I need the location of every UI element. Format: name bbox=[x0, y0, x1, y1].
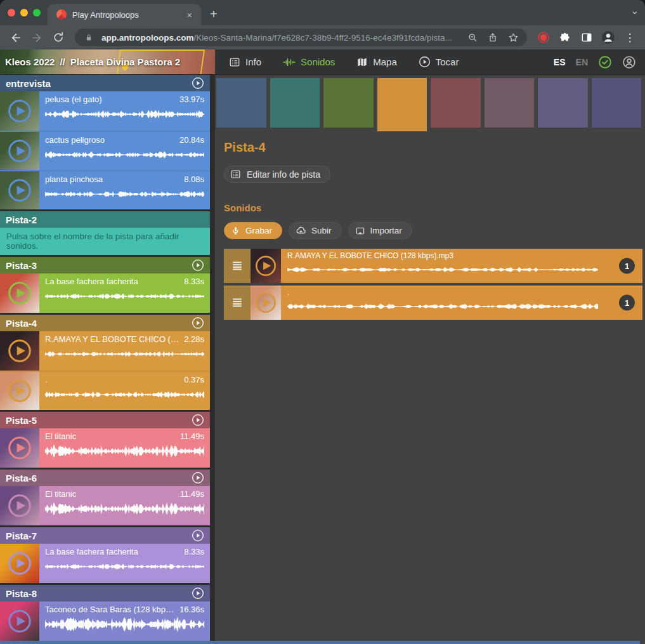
edit-track-info-button[interactable]: Editar info de pista bbox=[224, 166, 330, 183]
zoom-page-icon[interactable] bbox=[465, 30, 480, 45]
play-track-button[interactable] bbox=[192, 259, 204, 272]
play-track-button[interactable] bbox=[192, 529, 204, 542]
sound-thumbnail[interactable] bbox=[0, 331, 39, 371]
nav-tab-tocar[interactable]: Tocar bbox=[419, 56, 459, 68]
track-swatch[interactable] bbox=[270, 78, 320, 128]
sound-item[interactable]: El titanic 11.49s bbox=[0, 486, 210, 525]
track-title[interactable]: Pista-2 bbox=[6, 214, 37, 225]
share-icon[interactable] bbox=[485, 30, 500, 45]
tab-close-icon[interactable]: × bbox=[184, 9, 195, 21]
sound-thumbnail[interactable] bbox=[251, 286, 281, 320]
breadcrumb[interactable]: Kleos 2022 // Placeta Divina Pastora 2 bbox=[0, 49, 215, 74]
reload-button[interactable] bbox=[49, 29, 67, 46]
extensions-puzzle-icon[interactable] bbox=[556, 29, 574, 46]
sound-thumbnail[interactable] bbox=[251, 249, 281, 283]
nav-tab-mapa[interactable]: Mapa bbox=[356, 56, 397, 68]
play-track-button[interactable] bbox=[192, 414, 204, 426]
sound-thumbnail[interactable] bbox=[0, 544, 39, 583]
track-section-header[interactable]: Pista-5 bbox=[0, 412, 210, 428]
breadcrumb-track[interactable]: Placeta Divina Pastora 2 bbox=[70, 56, 180, 67]
sound-thumbnail[interactable] bbox=[0, 91, 39, 131]
track-title[interactable]: entrevista bbox=[6, 78, 51, 89]
track-section-header[interactable]: entrevista bbox=[0, 75, 210, 91]
track-swatch[interactable] bbox=[538, 78, 588, 128]
sound-thumbnail[interactable] bbox=[0, 601, 39, 641]
nav-tab-sonidos-label: Sonidos bbox=[301, 56, 335, 67]
track-title[interactable]: Pista-4 bbox=[6, 318, 37, 329]
track-title[interactable]: Pista-7 bbox=[6, 530, 37, 541]
profile-avatar[interactable] bbox=[599, 29, 617, 46]
track-title[interactable]: Pista-3 bbox=[6, 260, 37, 271]
track-section-header[interactable]: Pista-3 bbox=[0, 257, 210, 273]
sound-thumbnail[interactable] bbox=[0, 486, 39, 525]
sound-meta: planta pinchosa 8.08s bbox=[39, 171, 210, 209]
play-track-button[interactable] bbox=[192, 587, 204, 600]
nav-tab-sonidos[interactable]: Sonidos bbox=[283, 56, 335, 68]
sound-thumbnail[interactable] bbox=[0, 273, 39, 313]
sound-thumbnail[interactable] bbox=[0, 372, 39, 410]
sound-thumbnail[interactable] bbox=[0, 428, 39, 468]
minimize-window-button[interactable] bbox=[20, 9, 28, 16]
track-section: Pista-7 bbox=[0, 527, 210, 583]
track-swatch[interactable] bbox=[323, 78, 374, 128]
sound-thumbnail[interactable] bbox=[0, 132, 39, 170]
track-section-header[interactable]: Pista-6 bbox=[0, 470, 210, 486]
import-label: Importar bbox=[370, 226, 402, 235]
drag-handle[interactable] bbox=[224, 286, 251, 320]
nav-tab-info[interactable]: Info bbox=[229, 56, 261, 68]
main-nav: Info Sonidos Mapa Tocar bbox=[215, 49, 554, 74]
play-track-button[interactable] bbox=[192, 471, 204, 484]
new-tab-button[interactable]: + bbox=[201, 7, 226, 25]
sound-item[interactable]: . 0.37s bbox=[0, 371, 210, 410]
side-panel-icon[interactable] bbox=[578, 29, 596, 46]
sound-row[interactable]: R.AMAYA Y EL BOBOTE CHICO (128 kbps).mp3… bbox=[224, 249, 642, 283]
sound-item[interactable]: pelusa (el gato) 33.97s bbox=[0, 91, 210, 131]
track-swatch[interactable] bbox=[431, 78, 481, 128]
sound-item[interactable]: El titanic 11.49s bbox=[0, 428, 210, 468]
lang-es-button[interactable]: ES bbox=[554, 57, 566, 67]
track-section-header[interactable]: Pista-8 bbox=[0, 585, 210, 601]
sound-thumbnail[interactable] bbox=[0, 171, 39, 209]
browser-menu-icon[interactable]: ⋮ bbox=[621, 29, 639, 46]
track-sidebar: entrevista bbox=[0, 75, 215, 644]
track-section-header[interactable]: Pista-4 bbox=[0, 315, 210, 331]
back-button[interactable] bbox=[6, 29, 24, 46]
track-section-header[interactable]: Pista-7 bbox=[0, 527, 210, 544]
track-title[interactable]: Pista-6 bbox=[6, 473, 37, 483]
play-track-button[interactable] bbox=[192, 77, 204, 89]
lang-en-button[interactable]: EN bbox=[576, 57, 588, 67]
sound-item[interactable]: cactus peligroso 20.84s bbox=[0, 131, 210, 170]
drag-handle[interactable] bbox=[224, 249, 251, 283]
play-sound-icon bbox=[6, 378, 33, 404]
track-title[interactable]: Pista-8 bbox=[6, 588, 37, 599]
recording-extension-icon[interactable] bbox=[535, 29, 552, 46]
bookmark-star-icon[interactable] bbox=[505, 30, 521, 45]
play-track-button[interactable] bbox=[192, 317, 204, 329]
waveform-icon bbox=[283, 56, 296, 68]
close-window-button[interactable] bbox=[8, 9, 15, 16]
zoom-window-button[interactable] bbox=[33, 9, 41, 16]
address-bar[interactable]: app.antropoloops.com/Kleos-Santa-Marina/… bbox=[75, 29, 527, 46]
tab-search-chevron-icon[interactable]: ⌄ bbox=[630, 5, 639, 16]
sound-item[interactable]: R.AMAYA Y EL BOBOTE CHICO (128 kbps)....… bbox=[0, 331, 210, 371]
sound-item[interactable]: planta pinchosa 8.08s bbox=[0, 170, 210, 209]
sound-item[interactable]: La base fachera facherita 8.33s bbox=[0, 273, 210, 313]
track-swatch[interactable] bbox=[216, 78, 266, 128]
track-title[interactable]: Pista-5 bbox=[6, 415, 37, 426]
sound-item[interactable]: La base fachera facherita 8.33s bbox=[0, 544, 210, 583]
breadcrumb-project[interactable]: Kleos 2022 bbox=[5, 56, 55, 67]
track-swatch[interactable] bbox=[485, 78, 535, 128]
import-button[interactable]: Importar bbox=[348, 222, 412, 239]
record-button[interactable]: Grabar bbox=[224, 222, 282, 239]
track-swatch[interactable] bbox=[592, 78, 642, 128]
nav-tab-mapa-label: Mapa bbox=[373, 56, 397, 67]
track-swatch[interactable] bbox=[377, 78, 427, 131]
forward-button[interactable] bbox=[28, 29, 46, 46]
account-icon[interactable] bbox=[622, 55, 636, 69]
sound-item[interactable]: Taconeo de Sara Baras (128 kbps).mp3 16.… bbox=[0, 601, 210, 641]
browser-tab[interactable]: Play Antropoloops × bbox=[48, 4, 201, 25]
sound-row[interactable]: . 1 bbox=[224, 286, 642, 320]
upload-button[interactable]: Subir bbox=[289, 222, 342, 239]
track-section-header[interactable]: Pista-2 bbox=[0, 211, 210, 228]
edit-list-icon bbox=[230, 169, 241, 180]
